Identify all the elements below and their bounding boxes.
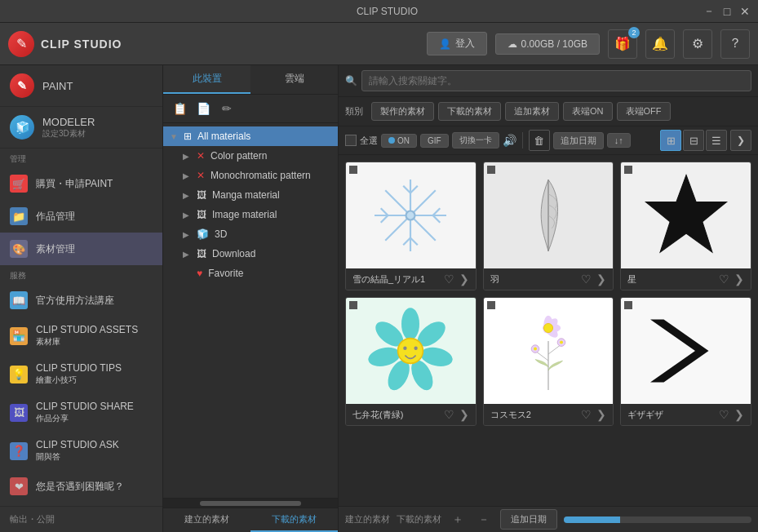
sidebar-item-paint[interactable]: ✎ PAINT <box>0 65 162 107</box>
color-icon: ✕ <box>197 150 205 162</box>
gif-button[interactable]: GIF <box>420 134 449 148</box>
filter-show-off[interactable]: 表端OFF <box>617 102 671 121</box>
tree-item-3d[interactable]: ▶ 🧊 3D <box>163 224 338 244</box>
detail-button[interactable]: ❯ <box>459 273 469 286</box>
card-label: コスモス2 ♡ ❯ <box>484 404 614 425</box>
detail-button[interactable]: ❯ <box>734 273 744 286</box>
material-card-feather[interactable]: 羽 ♡ ❯ <box>483 162 614 290</box>
svg-line-5 <box>410 186 418 193</box>
material-card-star[interactable]: 星 ♡ ❯ <box>620 162 751 290</box>
svg-point-12 <box>406 211 415 220</box>
heart-button[interactable]: ♡ <box>719 408 729 421</box>
add-date-button[interactable]: 追加日期 <box>500 509 557 530</box>
tree-item-download[interactable]: ▶ 🖼 Download <box>163 244 338 264</box>
sort-order-button[interactable]: ↓↑ <box>607 133 631 148</box>
bottom-created[interactable]: 建立的素材 <box>345 513 390 525</box>
bottom-downloaded[interactable]: 下載的素材 <box>397 513 441 525</box>
tree-footer-downloaded[interactable]: 下載的素材 <box>250 508 338 532</box>
view-grid-large-button[interactable]: ⊞ <box>660 130 681 151</box>
close-button[interactable]: ✕ <box>738 5 751 18</box>
material-card-snow[interactable]: 雪の結晶_リアル1 ♡ ❯ <box>345 162 477 290</box>
content-grid-wrapper: 雪の結晶_リアル1 ♡ ❯ <box>339 155 758 506</box>
detail-button[interactable]: ❯ <box>596 408 606 421</box>
maximize-button[interactable]: □ <box>720 5 734 18</box>
filter-show-on[interactable]: 表端ON <box>563 102 613 121</box>
heart-button[interactable]: ♡ <box>444 408 454 421</box>
checkbox[interactable] <box>345 135 357 146</box>
sidebar-item-assets[interactable]: 🏪 CLIP STUDIO ASSETS素材庫 <box>0 317 162 355</box>
footer-label[interactable]: 輸出・公開 <box>10 513 55 525</box>
heart-button[interactable]: ♡ <box>444 273 454 286</box>
cut-button[interactable]: 切換一卡 <box>452 132 499 149</box>
view-grid-small-button[interactable]: ⊟ <box>683 130 704 151</box>
tree-footer-created[interactable]: 建立的素材 <box>163 508 250 532</box>
tree-content: ▼ ⊞ All materials ▶ ✕ Color pattern ▶ ✕ … <box>163 123 338 498</box>
sidebar-item-howto[interactable]: 📖 官方使用方法講座 <box>0 284 162 317</box>
tree-scrollbar[interactable] <box>163 498 338 508</box>
gift-button[interactable]: 🎁 2 <box>608 29 637 59</box>
tree-tab-device[interactable]: 此裝置 <box>163 65 250 94</box>
tree-item-favorite[interactable]: ♥ Favorite <box>163 264 338 283</box>
sidebar-item-tips[interactable]: 💡 CLIP STUDIO TIPS繪畫小技巧 <box>0 355 162 393</box>
tree-copy-button[interactable]: 📄 <box>193 99 213 118</box>
sidebar-item-work[interactable]: 📁 作品管理 <box>0 200 162 233</box>
tree-new-button[interactable]: 📋 <box>170 99 189 118</box>
cloud-storage-button[interactable]: ☁ 0.00GB / 10GB <box>495 33 600 55</box>
remove-button[interactable]: － <box>474 510 494 530</box>
nav-next-button[interactable]: ❯ <box>730 130 751 151</box>
material-card-flower[interactable]: 七弁花(青緑) ♡ ❯ <box>345 297 477 426</box>
material-card-zigzag[interactable]: ギザギザ ♡ ❯ <box>620 297 751 426</box>
tree-item-image[interactable]: ▶ 🖼 Image material <box>163 205 338 224</box>
heart-button[interactable]: ♡ <box>581 273 592 286</box>
search-input[interactable] <box>361 70 751 91</box>
app-title: CLIP STUDIO <box>72 6 703 17</box>
add-button[interactable]: ＋ <box>448 510 468 530</box>
tree-item-mono-pattern[interactable]: ▶ ✕ Monochromatic pattern <box>163 166 338 185</box>
sidebar-item-material[interactable]: 🎨 素材管理 <box>0 233 162 265</box>
tree-edit-button[interactable]: ✏ <box>217 99 237 118</box>
heart-button[interactable]: ♡ <box>581 408 592 421</box>
sidebar-item-share[interactable]: 🖼 CLIP STUDIO SHARE作品分享 <box>0 393 162 432</box>
minimize-button[interactable]: － <box>703 5 716 18</box>
svg-point-22 <box>404 347 407 350</box>
notification-button[interactable]: 🔔 <box>645 29 675 59</box>
svg-line-9 <box>381 215 388 223</box>
card-badge <box>349 301 357 309</box>
select-all-check[interactable]: 全選 <box>345 135 378 147</box>
view-list-button[interactable]: ☰ <box>706 130 727 151</box>
heart-button[interactable]: ♡ <box>719 273 729 286</box>
sidebar-item-shop[interactable]: 🛒 購買・申請PAINT <box>0 167 162 200</box>
tree-item-color-pattern[interactable]: ▶ ✕ Color pattern <box>163 146 338 166</box>
detail-button[interactable]: ❯ <box>459 408 469 421</box>
delete-button[interactable]: 🗑 <box>529 130 550 151</box>
tree-tab-cloud[interactable]: 雲端 <box>250 65 338 94</box>
filter-add[interactable]: 追加素材 <box>505 102 559 121</box>
folder-icon: ⊞ <box>184 131 192 142</box>
sort-date-button[interactable]: 追加日期 <box>553 132 604 149</box>
select-all-label: 全選 <box>360 135 378 147</box>
settings-button[interactable]: ⚙ <box>683 29 712 59</box>
tree-item-manga[interactable]: ▶ 🖼 Manga material <box>163 185 338 205</box>
sidebar-item-ask[interactable]: ❓ CLIP STUDIO ASK開與答 <box>0 432 162 470</box>
card-thumbnail <box>484 162 614 268</box>
sidebar-item-help[interactable]: ❤ 您是否遇到困難呢？ <box>0 470 162 503</box>
progress-bar <box>564 516 751 523</box>
detail-button[interactable]: ❯ <box>734 408 744 421</box>
tree-item-all[interactable]: ▼ ⊞ All materials <box>163 126 338 146</box>
mono-icon: ✕ <box>197 170 205 181</box>
detail-button[interactable]: ❯ <box>596 273 606 286</box>
login-button[interactable]: 👤 登入 <box>427 32 487 55</box>
svg-point-28 <box>534 348 537 351</box>
card-label: 羽 ♡ ❯ <box>484 268 614 290</box>
bottom-bar: 建立的素材 下載的素材 ＋ － 追加日期 <box>339 506 758 532</box>
assets-icon: 🏪 <box>10 327 28 345</box>
card-label: 七弁花(青緑) ♡ ❯ <box>346 404 476 425</box>
filter-downloaded[interactable]: 下載的素材 <box>438 102 501 121</box>
filter-made[interactable]: 製作的素材 <box>371 102 434 121</box>
sidebar-item-modeler[interactable]: 🧊 MODELER 設定3D素材 <box>0 107 162 149</box>
help-button[interactable]: ？ <box>720 29 750 59</box>
on-button[interactable]: ON <box>381 134 417 148</box>
material-card-cosmos[interactable]: コスモス2 ♡ ❯ <box>483 297 614 426</box>
ask-icon: ❓ <box>10 442 28 460</box>
logo: ✎ CLIP STUDIO <box>8 31 131 57</box>
